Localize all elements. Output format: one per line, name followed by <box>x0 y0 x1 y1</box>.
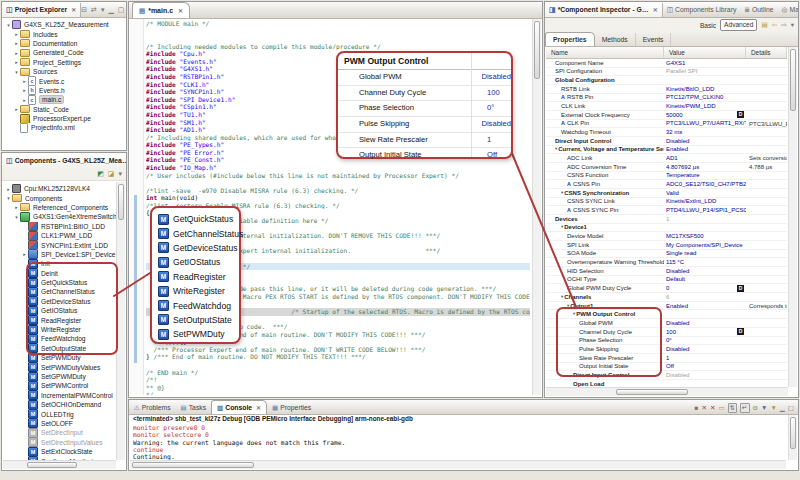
property-row[interactable]: Watchdog Timeout32 ms <box>546 128 787 137</box>
tree-item[interactable]: ProcessorExpert.pe <box>3 114 116 123</box>
property-row[interactable]: Open Load <box>546 380 787 387</box>
property-value[interactable]: 4.807692 µs <box>664 163 746 171</box>
console-tab-problems[interactable]: ⚠Problems <box>129 401 176 414</box>
tree-item[interactable]: ▸hEvents.h <box>3 86 116 95</box>
twistie-icon[interactable]: ▸ <box>13 204 20 210</box>
property-value[interactable]: 100D <box>664 328 746 336</box>
tree-item[interactable]: ▸Project_Settings <box>3 58 116 67</box>
twistie-icon[interactable]: ▾ <box>5 22 12 28</box>
expander-icon[interactable]: ▾ <box>567 302 569 310</box>
advanced-mode-button[interactable]: Advanced <box>720 19 757 31</box>
property-row[interactable]: OCHI TypeDefault <box>546 276 787 285</box>
view-menu-icon[interactable]: ▾ <box>118 170 122 178</box>
tree-item[interactable]: ▾G4XS1:Gen4eXtremeSwitch <box>3 212 116 221</box>
maximize-icon[interactable]: ▢ <box>118 6 125 14</box>
console-tab-properties[interactable]: ▦Properties <box>267 401 316 414</box>
tree-item[interactable]: MSetOCHIOnDemand <box>3 400 116 409</box>
remove-launch-icon[interactable]: ✕ <box>702 404 707 412</box>
tree-item[interactable]: ▾Components <box>3 193 116 202</box>
property-row[interactable]: SOA ModeSingle read <box>546 250 787 259</box>
property-row[interactable]: Global PWM Duty Cycle0D <box>546 284 787 293</box>
tree-item[interactable]: ▾Sources <box>3 67 116 76</box>
tab-components-library[interactable]: ◫Components Library <box>663 6 741 14</box>
twistie-icon[interactable]: ▸ <box>21 251 28 257</box>
pin-console-icon[interactable]: ⊙ <box>753 404 758 412</box>
property-row[interactable]: Global Configuration <box>546 76 787 85</box>
property-row[interactable]: ▾Device1 <box>546 224 787 233</box>
property-row[interactable]: Devices1 <box>546 215 787 224</box>
property-row[interactable]: ARSTB PinPTC12/TPM_CLKIN0 <box>546 94 787 103</box>
close-icon[interactable]: ✕ <box>71 6 76 13</box>
property-value[interactable]: 32 ms <box>664 128 746 136</box>
tab-outline[interactable]: ≣Outline <box>740 6 777 14</box>
scroll-lock-icon[interactable]: ⇅ <box>728 403 737 413</box>
open-console-icon[interactable]: ▼ <box>770 404 776 411</box>
basic-mode-button[interactable]: Basic <box>700 22 716 29</box>
code-line[interactable]: } /*** End of main routine. DO NOT MODIF… <box>146 353 530 361</box>
property-value[interactable]: PTD4/LLWU_P14/SPI1_PCS0/UART… <box>664 206 746 214</box>
code-line[interactable] <box>146 28 530 36</box>
twistie-icon[interactable]: ▸ <box>13 31 20 37</box>
tree-item[interactable]: MSetPWMDuty <box>3 353 116 362</box>
property-value[interactable]: 1 <box>664 215 746 223</box>
forward-icon[interactable]: ⇨ <box>781 21 787 29</box>
tree-item[interactable]: ▸Documentation <box>3 39 116 48</box>
property-row[interactable]: CSNS FunctionTemperature <box>546 172 787 181</box>
property-row[interactable]: Channel Duty Cycle100D <box>546 328 787 337</box>
property-value[interactable]: Kinetis/BitIO_LDD <box>664 85 746 93</box>
property-value[interactable]: Disabled <box>664 371 746 379</box>
tree-item[interactable]: SYNCPin1:ExtInt_LDD <box>3 240 116 249</box>
tree-item[interactable]: ▾G4XS_KL25Z_Measurement <box>3 20 116 29</box>
property-row[interactable]: ▾Current, Voltage and Temperature Sensin… <box>546 146 787 155</box>
tree-item[interactable]: MSetExtClockState <box>3 447 116 456</box>
tree-item[interactable]: MFeedWatchdog <box>3 334 116 343</box>
property-value[interactable]: Temperature <box>664 172 746 180</box>
property-value[interactable] <box>664 76 746 84</box>
property-row[interactable]: ACSNS SYNC PinPTD4/LLWU_P14/SPI1_PCS0/UA… <box>546 206 787 215</box>
code-line[interactable] <box>146 361 530 369</box>
twistie-icon[interactable]: ▸ <box>13 59 20 65</box>
tree-item[interactable]: MWriteRegister <box>3 325 116 334</box>
tree-item[interactable]: MInit <box>3 259 116 268</box>
twistie-icon[interactable]: ▸ <box>13 50 20 56</box>
tab-project-explorer[interactable]: ◫ Project Explorer ✕ <box>2 3 81 17</box>
property-row[interactable]: Output Initial StateOff <box>546 363 787 372</box>
minimize-icon[interactable]: ▁ <box>780 404 785 412</box>
tree-item[interactable]: ▸Static_Code <box>3 105 116 114</box>
close-icon[interactable]: ✕ <box>178 7 183 14</box>
tree-item[interactable]: ▸Generated_Code <box>3 48 116 57</box>
property-value[interactable] <box>664 380 746 387</box>
tab-main-c[interactable]: ▤ *main.c ✕ <box>132 2 190 18</box>
console-vertical-scrollbar[interactable] <box>788 415 797 460</box>
column-header-name[interactable]: Name <box>546 47 664 58</box>
property-value[interactable]: Kinetis/ExtInt_LDD <box>664 198 746 206</box>
property-value[interactable]: Enabled <box>664 302 746 310</box>
expander-icon[interactable]: ▾ <box>561 189 563 197</box>
tree-item[interactable]: ProjectInfo.xml <box>3 123 116 132</box>
close-icon[interactable]: ✕ <box>653 6 658 13</box>
property-value[interactable]: 1 <box>664 354 746 362</box>
tree-item[interactable]: ▸cEvents.c <box>3 76 116 85</box>
property-row[interactable]: Overtemperature Warning Threshold115 °C <box>546 258 787 267</box>
property-value[interactable]: Kinetis/PWM_LDD <box>664 102 746 110</box>
property-value[interactable]: G4XS1 <box>664 59 746 67</box>
tree-item[interactable]: MSetOLOFF <box>3 419 116 428</box>
property-value[interactable]: 115 °C <box>664 258 746 266</box>
property-value[interactable]: Single read <box>664 250 746 258</box>
clear-console-icon[interactable]: ▭ <box>718 404 724 412</box>
twistie-icon[interactable]: ▸ <box>21 87 28 93</box>
property-value[interactable]: Enabled <box>664 146 746 154</box>
property-row[interactable]: SPI ConfigurationParallel SPI <box>546 68 787 77</box>
property-value[interactable]: My Components/SPI_Device <box>664 241 746 249</box>
console-output[interactable]: monitor preserve0 0monitor selectcore 0W… <box>133 424 786 460</box>
property-row[interactable]: Phase Selection0° <box>546 337 787 346</box>
property-value[interactable]: Parallel SPI <box>664 68 746 76</box>
property-row[interactable]: ACSNS PinADC0_SE12/TSI0_CH7/PTB2/I2C0_… <box>546 180 787 189</box>
property-row[interactable]: CLK LinkKinetis/PWM_LDD <box>546 102 787 111</box>
tree-item[interactable]: MDeinit <box>3 269 116 278</box>
property-value[interactable]: ADC0_SE12/TSI0_CH7/PTB2/I2C0_… <box>664 180 746 188</box>
column-header-details[interactable]: Details <box>746 47 787 58</box>
help-doc-icon[interactable]: ▤ <box>761 21 767 29</box>
property-value[interactable]: PTC3/LLWU_P7/UART1_RX/TPM0_… <box>664 120 746 128</box>
tab-component-inspector[interactable]: ◨ *Component Inspector - G… ✕ <box>545 3 663 17</box>
